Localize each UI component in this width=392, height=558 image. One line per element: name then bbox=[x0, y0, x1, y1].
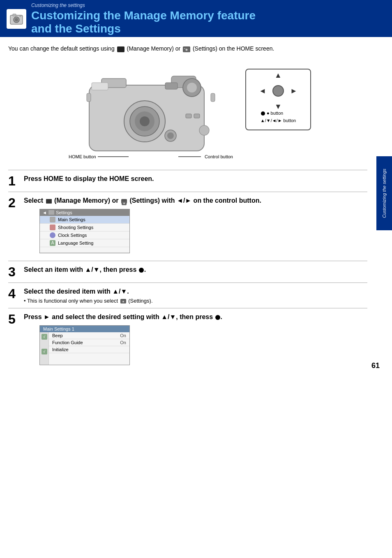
step-5-title: Press ► and select the desired setting w… bbox=[24, 313, 367, 322]
screen-row-3-icon: A bbox=[50, 240, 55, 246]
divider-0 bbox=[8, 170, 367, 170]
divider-3 bbox=[8, 282, 367, 283]
step-1: 1 Press HOME to display the HOME screen. bbox=[8, 174, 367, 188]
header-subtitle: Customizing the settings bbox=[31, 2, 256, 8]
header-text-group: Customizing the settings Customizing the… bbox=[31, 2, 256, 35]
header-icon bbox=[7, 9, 26, 29]
dpad: ▲ ▼ ◄ ► bbox=[262, 74, 295, 107]
intro-paragraph: You can change the default settings usin… bbox=[8, 44, 367, 53]
camera-icon bbox=[9, 11, 24, 27]
screen-header: ◄ Settings bbox=[40, 209, 129, 216]
dpad-center bbox=[272, 85, 284, 97]
svg-point-19 bbox=[167, 132, 174, 139]
step-1-number: 1 bbox=[8, 174, 20, 188]
step-2: 2 Select (Manage Memory) or (Settings) w… bbox=[8, 196, 367, 256]
divider-4 bbox=[8, 308, 367, 308]
screen-row-1-icon bbox=[50, 225, 55, 230]
step-4-content: Select the desired item with ▲/▼. • This… bbox=[24, 287, 367, 304]
step-4-title: Select the desired item with ▲/▼. bbox=[24, 287, 367, 296]
screen2-spacer bbox=[49, 353, 129, 365]
bullet-button-label: ● button bbox=[261, 110, 296, 117]
step-4-note: • This is functional only when you selec… bbox=[24, 298, 367, 304]
svg-rect-23 bbox=[211, 93, 215, 102]
svg-point-24 bbox=[199, 125, 209, 135]
step-4-number: 4 bbox=[8, 287, 20, 300]
step-3: 3 Select an item with ▲/▼, then press . bbox=[8, 265, 367, 278]
step-2-number: 2 bbox=[8, 196, 20, 209]
camera-svg bbox=[65, 60, 237, 159]
svg-rect-7 bbox=[184, 48, 185, 49]
svg-point-31 bbox=[122, 301, 124, 303]
divider-1 bbox=[8, 192, 367, 192]
camera-diagram: HOME button Control button bbox=[65, 60, 237, 163]
step-1-content: Press HOME to display the HOME screen. bbox=[24, 174, 367, 185]
svg-rect-22 bbox=[87, 93, 91, 102]
svg-rect-20 bbox=[186, 114, 191, 118]
step-3-number: 3 bbox=[8, 265, 20, 278]
svg-point-16 bbox=[187, 83, 197, 93]
step2-manage-icon bbox=[46, 199, 52, 204]
page-number: 61 bbox=[371, 361, 380, 370]
header-title: Customizing the Manage Memory feature an… bbox=[31, 9, 256, 35]
svg-point-29 bbox=[123, 202, 125, 204]
step-2-screen: ◄ Settings Main Settings Shooting Settin… bbox=[39, 209, 130, 253]
screen2-row-1: Function Guide On bbox=[49, 339, 129, 346]
step-4: 4 Select the desired item with ▲/▼. • Th… bbox=[8, 287, 367, 304]
screen2-row-2: Initialize bbox=[49, 346, 129, 353]
step-5-number: 5 bbox=[8, 313, 20, 326]
step-2-content: Select (Manage Memory) or (Settings) wit… bbox=[24, 196, 367, 256]
step2-settings-icon bbox=[121, 199, 127, 204]
screen2-icon-1: √ bbox=[42, 334, 47, 340]
control-button-label: Control button bbox=[178, 154, 233, 159]
step-3-title: Select an item with ▲/▼, then press . bbox=[24, 265, 367, 274]
screen2-icons: √ √ bbox=[40, 332, 49, 365]
dpad-button-label: ▲/▼/◄/► button bbox=[261, 117, 296, 125]
step4-settings-icon bbox=[120, 299, 126, 303]
control-panel-diagram: ▲ ▼ ◄ ► ● button ▲/▼/◄/► bu bbox=[245, 69, 311, 130]
divider-2 bbox=[8, 261, 367, 261]
svg-rect-21 bbox=[194, 114, 200, 118]
step5-circle bbox=[215, 315, 220, 320]
svg-rect-17 bbox=[92, 83, 108, 90]
svg-rect-4 bbox=[19, 16, 21, 17]
screen2-body: √ √ Beep On Function Guide On I bbox=[40, 332, 129, 365]
svg-point-6 bbox=[186, 49, 188, 51]
svg-rect-25 bbox=[165, 83, 178, 89]
svg-point-2 bbox=[15, 18, 18, 21]
step-1-title: Press HOME to display the HOME screen. bbox=[24, 174, 367, 183]
settings-icon-inline bbox=[183, 46, 190, 52]
main-content: You can change the default settings usin… bbox=[0, 37, 392, 377]
diagram-wrapper: HOME button Control button ▲ ▼ bbox=[19, 60, 356, 163]
step-5-content: Press ► and select the desired setting w… bbox=[24, 313, 367, 368]
diagram-inner: HOME button Control button ▲ ▼ bbox=[19, 60, 356, 163]
step-5: 5 Press ► and select the desired setting… bbox=[8, 313, 367, 368]
screen-row-0-icon bbox=[50, 217, 55, 222]
header-bar: Customizing the settings Customizing the… bbox=[0, 0, 392, 37]
screen2-row-0: Beep On bbox=[49, 332, 129, 339]
screen-row-1: Shooting Settings bbox=[40, 224, 129, 232]
screen-row-2: Clock Settings bbox=[40, 232, 129, 239]
control-labels: ● button ▲/▼/◄/► button bbox=[261, 110, 296, 124]
home-button-label: HOME button bbox=[69, 154, 131, 159]
screen-header-icon bbox=[48, 210, 54, 215]
screen-row-0: Main Settings bbox=[40, 216, 129, 224]
screen2-rows: Beep On Function Guide On Initialize bbox=[49, 332, 129, 365]
step-2-title: Select (Manage Memory) or (Settings) wit… bbox=[24, 196, 367, 205]
screen-row-2-icon bbox=[50, 232, 55, 238]
screen-header2: Main Settings 1 bbox=[40, 326, 129, 332]
step3-circle bbox=[139, 268, 144, 273]
step-3-content: Select an item with ▲/▼, then press . bbox=[24, 265, 367, 276]
step-5-screen: Main Settings 1 √ √ Beep On Function Gui… bbox=[39, 325, 130, 365]
svg-point-12 bbox=[140, 116, 150, 126]
screen-row-3: A Language Setting bbox=[40, 239, 129, 247]
screen-row-spacer bbox=[40, 247, 129, 253]
bullet-circle bbox=[261, 111, 265, 116]
screen2-icon-2: √ bbox=[42, 349, 47, 354]
manage-memory-icon-inline bbox=[117, 46, 125, 52]
svg-rect-3 bbox=[13, 14, 16, 16]
